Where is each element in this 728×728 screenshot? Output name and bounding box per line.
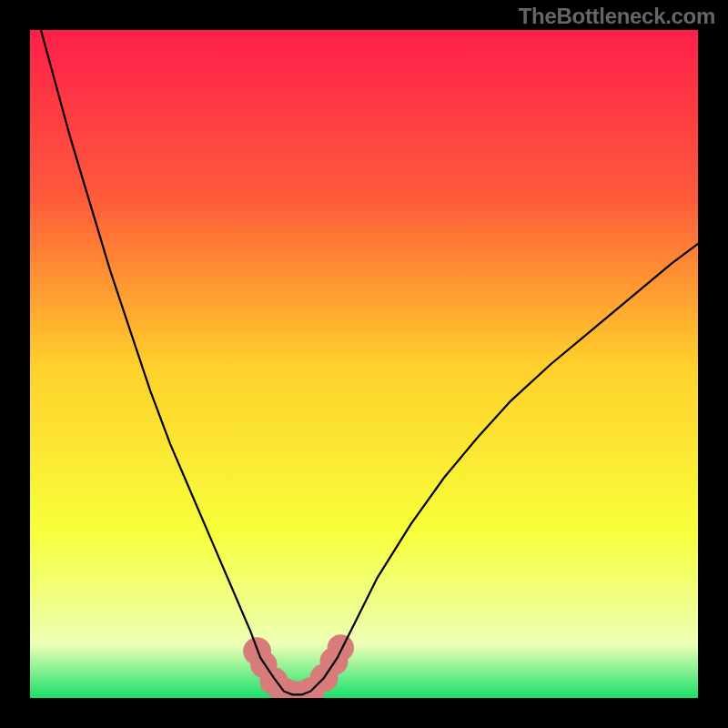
attribution-link[interactable]: TheBottleneck.com bbox=[519, 4, 715, 29]
plot-area bbox=[30, 30, 698, 698]
bottleneck-chart bbox=[30, 30, 698, 698]
gradient-background bbox=[30, 30, 698, 698]
valley-marker bbox=[328, 634, 354, 661]
chart-frame: TheBottleneck.com bbox=[0, 0, 728, 728]
